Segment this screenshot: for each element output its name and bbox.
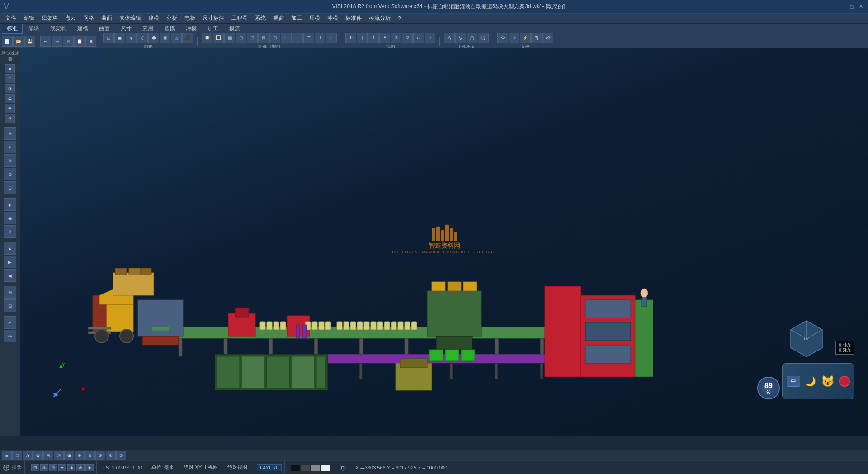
menu-viewport[interactable]: 视窗 bbox=[269, 14, 288, 23]
menu-electrode[interactable]: 电极 bbox=[181, 14, 199, 23]
filter-btn4[interactable]: ◒ bbox=[33, 451, 43, 460]
filter-btn9[interactable]: ⊖ bbox=[85, 451, 95, 460]
left-btn11[interactable]: ◀ bbox=[4, 269, 16, 282]
lang-button[interactable]: 中 bbox=[787, 376, 800, 387]
paste-btn[interactable]: 📋 bbox=[74, 36, 85, 47]
filter-btn7[interactable]: ◕ bbox=[64, 451, 74, 460]
shape-btn8[interactable]: ⬛ bbox=[182, 33, 193, 43]
tab-modeling[interactable]: 建模 bbox=[72, 24, 93, 34]
save-btn[interactable]: 💾 bbox=[24, 36, 35, 47]
shape-btn7[interactable]: △ bbox=[171, 33, 182, 43]
menu-machining[interactable]: 加工 bbox=[288, 14, 306, 23]
view-btn7[interactable]: ⊾ bbox=[413, 33, 424, 43]
copy-btn[interactable]: ⎘ bbox=[63, 36, 74, 47]
delete-btn[interactable]: ✖ bbox=[85, 36, 96, 47]
img-btn9[interactable]: ⊣ bbox=[292, 33, 303, 43]
prop-btn2[interactable]: □ bbox=[5, 74, 15, 83]
menu-help[interactable]: ? bbox=[394, 14, 405, 23]
left-btn5[interactable]: ⊙ bbox=[4, 181, 16, 194]
left-btn6[interactable]: ◈ bbox=[4, 198, 16, 211]
left-btn7[interactable]: ◉ bbox=[4, 212, 16, 224]
snap-btn5[interactable]: ◈ bbox=[67, 464, 75, 471]
img-btn11[interactable]: ⊥ bbox=[315, 33, 326, 43]
sys-btn1[interactable]: ⚙ bbox=[497, 33, 508, 43]
prop-btn4[interactable]: ◒ bbox=[5, 94, 15, 103]
shape-btn6[interactable]: ▣ bbox=[160, 33, 170, 43]
menu-drawing[interactable]: 工程图 bbox=[228, 14, 251, 23]
filter-btn3[interactable]: ◑ bbox=[23, 451, 33, 460]
snap-btn4[interactable]: ✦ bbox=[58, 464, 66, 471]
menu-edit[interactable]: 编辑 bbox=[20, 14, 38, 23]
img-btn7[interactable]: ⊡ bbox=[269, 33, 280, 43]
img-btn10[interactable]: ⊤ bbox=[303, 33, 314, 43]
menu-wireframe[interactable]: 线架构 bbox=[38, 14, 61, 23]
menu-stamping[interactable]: 冲模 bbox=[324, 14, 342, 23]
prop-btn3[interactable]: ◑ bbox=[5, 84, 15, 93]
prop-btn1[interactable]: ■ bbox=[5, 64, 15, 73]
snap-btn2[interactable]: ◎ bbox=[40, 464, 48, 471]
shape-btn5[interactable]: ⬢ bbox=[148, 33, 159, 43]
img-btn2[interactable]: 🔳 bbox=[213, 33, 224, 43]
menu-standard-parts[interactable]: 标准件 bbox=[342, 14, 365, 23]
filter-btn12[interactable]: ⊙ bbox=[116, 451, 126, 460]
filter-btn10[interactable]: ⊗ bbox=[95, 451, 105, 460]
left-btn1[interactable]: ⊕ bbox=[4, 127, 16, 140]
snap-btn6[interactable]: ⊗ bbox=[76, 464, 85, 471]
menu-analysis[interactable]: 分析 bbox=[163, 14, 181, 23]
swatch-white[interactable] bbox=[321, 465, 330, 471]
snap-btn3[interactable]: ⊕ bbox=[49, 464, 57, 471]
prop-btn5[interactable]: ◓ bbox=[5, 104, 15, 113]
left-btn9[interactable]: ▲ bbox=[4, 242, 16, 255]
view-btn1[interactable]: 👁 bbox=[345, 33, 356, 43]
view-btn2[interactable]: ⊹ bbox=[357, 33, 368, 43]
left-btn2[interactable]: ✦ bbox=[4, 141, 16, 153]
left-btn13[interactable]: ⊟ bbox=[4, 299, 16, 312]
left-btn3[interactable]: ⊗ bbox=[4, 154, 16, 167]
left-btn12[interactable]: ⊞ bbox=[4, 286, 16, 299]
left-btn8[interactable]: ◊ bbox=[4, 225, 16, 238]
filter-btn11[interactable]: ⊘ bbox=[106, 451, 116, 460]
swatch-medium[interactable] bbox=[311, 465, 320, 471]
shape-btn2[interactable]: ◼ bbox=[114, 33, 125, 43]
nav-cube-svg[interactable]: TOP bbox=[786, 318, 827, 359]
menu-flow-analysis[interactable]: 模流分析 bbox=[365, 14, 394, 23]
left-btn14[interactable]: ✂ bbox=[4, 316, 16, 329]
snap-btn7[interactable]: ◉ bbox=[85, 464, 94, 471]
filter-btn5[interactable]: ◓ bbox=[43, 451, 53, 460]
minimize-button[interactable]: ─ bbox=[839, 3, 846, 10]
menu-system[interactable]: 系统 bbox=[251, 14, 269, 23]
img-btn12[interactable]: ⊦ bbox=[326, 33, 337, 43]
wp-btn4[interactable]: ⋃ bbox=[478, 33, 489, 43]
tab-edit[interactable]: 编辑 bbox=[24, 24, 44, 34]
menu-file[interactable]: 文件 bbox=[2, 14, 20, 23]
menu-solid-edit[interactable]: 实体编辑 bbox=[116, 14, 145, 23]
img-btn8[interactable]: ⊢ bbox=[281, 33, 292, 43]
layer-badge[interactable]: LAYER0 bbox=[254, 461, 285, 474]
settings-icon[interactable] bbox=[337, 461, 349, 474]
undo-btn[interactable]: ↩ bbox=[40, 36, 51, 47]
swatch-black[interactable] bbox=[291, 465, 300, 471]
sys-btn4[interactable]: ⚢ bbox=[531, 33, 542, 43]
img-btn5[interactable]: ⊟ bbox=[247, 33, 258, 43]
menu-pointcloud[interactable]: 点云 bbox=[61, 14, 80, 23]
wp-btn2[interactable]: ⋁ bbox=[455, 33, 466, 43]
left-btn4[interactable]: ⊘ bbox=[4, 168, 16, 180]
viewport[interactable]: 智造资料网 INTELLIGENT MANUFACTURING RESOURCE… bbox=[20, 48, 868, 436]
img-btn3[interactable]: ▦ bbox=[224, 33, 235, 43]
snap-btn1[interactable]: ⊞ bbox=[31, 464, 39, 471]
sys-btn2[interactable]: ⚛ bbox=[509, 33, 519, 43]
redo-btn[interactable]: ↪ bbox=[52, 36, 62, 47]
menu-mold[interactable]: 压模 bbox=[306, 14, 324, 23]
img-btn6[interactable]: ⊠ bbox=[258, 33, 269, 43]
menu-modeling[interactable]: 建模 bbox=[145, 14, 163, 23]
prop-btn6[interactable]: ◔ bbox=[5, 114, 15, 123]
view-btn6[interactable]: ⊽ bbox=[402, 33, 413, 43]
shape-btn1[interactable]: ◻ bbox=[103, 33, 114, 43]
open-btn[interactable]: 📂 bbox=[13, 36, 24, 47]
filter-btn1[interactable]: ■ bbox=[2, 451, 12, 460]
red-dot-button[interactable] bbox=[839, 376, 850, 387]
menu-dimension[interactable]: 尺寸标注 bbox=[199, 14, 228, 23]
left-btn10[interactable]: ▶ bbox=[4, 256, 16, 268]
new-btn[interactable]: 📄 bbox=[2, 36, 13, 47]
view-btn5[interactable]: ⊼ bbox=[391, 33, 401, 43]
